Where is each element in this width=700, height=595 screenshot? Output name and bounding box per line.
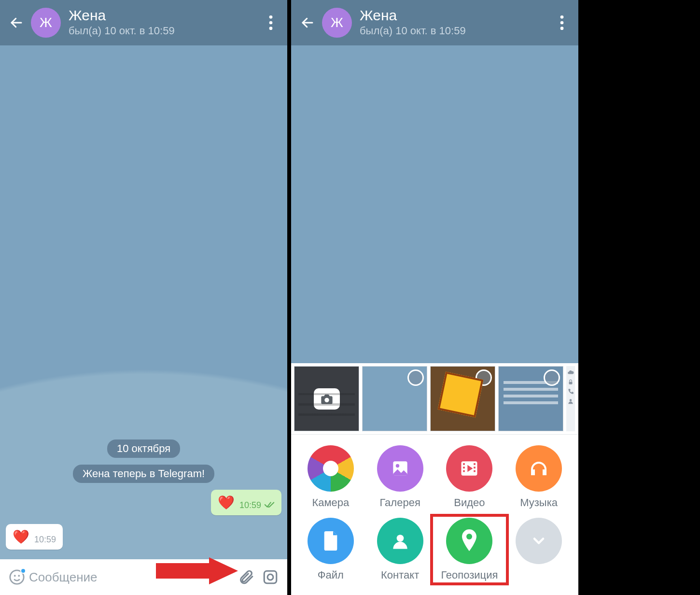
select-circle-icon [544,369,560,386]
person-icon [567,398,574,405]
heart-emoji: ❤️ [218,495,235,510]
more-button[interactable] [550,11,574,34]
arrow-left-icon [300,15,315,30]
attach-label: Галерея [379,496,420,509]
svg-rect-20 [463,463,465,465]
svg-point-11 [560,15,564,19]
avatar[interactable]: Ж [31,8,61,38]
chat-title: Жена [360,8,550,23]
more-vertical-icon [560,15,564,30]
photo-thumb[interactable] [498,366,563,431]
attach-label: Камера [312,496,349,509]
svg-point-2 [269,21,273,25]
arrow-left-icon [9,15,24,30]
svg-point-14 [324,397,329,402]
music-icon [516,445,562,492]
svg-rect-22 [463,470,465,472]
emoji-button[interactable] [5,565,29,589]
phone-icon [567,388,574,395]
chat-header: Ж Жена был(а) 10 окт. в 10:59 [0,0,287,45]
attach-contact[interactable]: Контакт [365,518,435,581]
avatar[interactable]: Ж [322,8,352,38]
gallery-thumb-row[interactable] [291,366,578,435]
svg-rect-7 [264,571,277,583]
svg-rect-21 [463,467,465,468]
chat-header: Ж Жена был(а) 10 окт. в 10:59 [291,0,578,45]
svg-point-3 [269,27,273,30]
attach-file[interactable]: Файл [296,518,365,581]
video-icon [446,445,492,492]
contact-icon [377,518,423,564]
attach-camera[interactable]: Камера [296,445,365,509]
svg-point-18 [395,464,399,468]
camera-icon [314,388,340,410]
chat-body [291,45,578,363]
more-button[interactable] [259,11,282,34]
select-circle-icon [407,369,424,386]
svg-point-16 [570,399,572,401]
notification-dot-icon [20,568,26,574]
chat-status: был(а) 10 окт. в 10:59 [69,25,259,37]
camera-button[interactable] [258,565,282,589]
more-vertical-icon [269,15,273,30]
select-circle-icon [476,369,492,386]
attach-video[interactable]: Видео [435,445,504,509]
svg-point-27 [396,535,404,542]
svg-point-12 [560,21,564,25]
chat-body: 10 октября Жена теперь в Telegram! ❤️ 10… [0,45,287,559]
paperclip-icon [238,569,254,585]
attach-label: Видео [454,496,485,509]
message-time: 10:59 [239,500,261,510]
photo-thumb[interactable] [430,366,495,431]
input-bar [0,559,287,595]
message-outgoing[interactable]: ❤️ 10:59 [211,490,281,515]
attach-label: Контакт [381,569,419,581]
screen-attach: Ж Жена был(а) 10 окт. в 10:59 [291,0,578,595]
avatar-letter: Ж [40,15,52,30]
date-pill: 10 октября [107,439,180,458]
svg-point-5 [14,575,16,577]
camera-square-icon [262,569,279,585]
message-time: 10:59 [34,535,56,545]
gallery-icon [377,445,423,492]
chat-status: был(а) 10 окт. в 10:59 [360,25,550,37]
svg-point-1 [269,15,273,19]
svg-rect-25 [474,470,476,472]
gallery-edge[interactable] [566,366,575,431]
avatar-letter: Ж [331,15,343,30]
chat-title: Жена [69,8,259,23]
svg-point-13 [560,27,564,30]
svg-rect-24 [474,467,476,468]
title-block[interactable]: Жена был(а) 10 окт. в 10:59 [360,8,550,37]
file-icon [308,518,354,564]
svg-rect-15 [569,382,573,384]
attach-collapse[interactable] [504,518,574,581]
svg-point-8 [267,574,273,580]
annotation-highlight-box [430,514,509,585]
read-ticks-icon [264,501,275,510]
camera-thumb[interactable] [294,366,359,431]
attach-music[interactable]: Музыка [504,445,574,509]
chevron-down-icon [516,518,562,564]
attach-gallery[interactable]: Галерея [365,445,435,509]
attach-label: Музыка [520,496,558,509]
annotation-arrow [156,557,238,586]
lock-icon [567,379,574,385]
message-incoming[interactable]: ❤️ 10:59 [6,524,63,550]
photo-thumb[interactable] [362,366,427,431]
cloud-icon [567,369,574,376]
svg-point-6 [18,575,20,577]
back-button[interactable] [296,11,319,34]
camera-shutter-icon [308,445,354,492]
service-message: Жена теперь в Telegram! [73,465,214,483]
screen-chat: Ж Жена был(а) 10 окт. в 10:59 10 октября… [0,0,287,595]
svg-rect-23 [474,463,476,465]
heart-emoji: ❤️ [13,529,29,545]
title-block[interactable]: Жена был(а) 10 окт. в 10:59 [69,8,259,37]
svg-marker-9 [156,557,238,584]
attach-label: Файл [318,569,344,581]
back-button[interactable] [5,11,28,34]
